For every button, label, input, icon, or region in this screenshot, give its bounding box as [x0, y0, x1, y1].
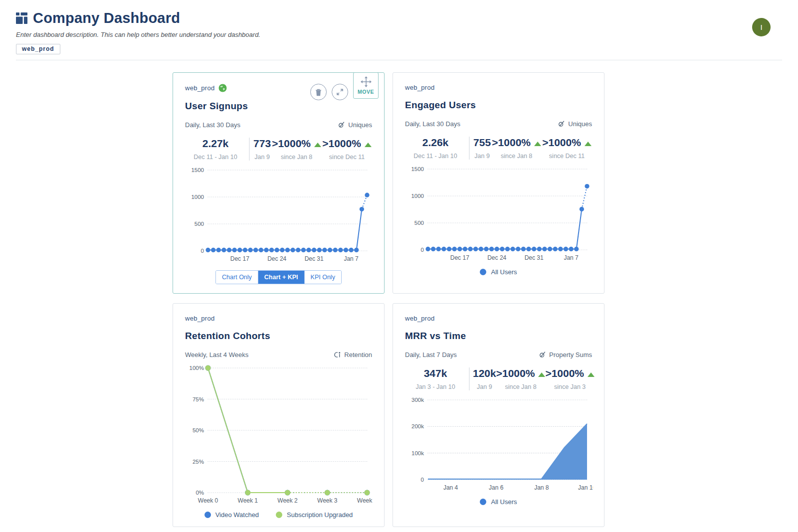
source-label: web_prod — [185, 315, 215, 322]
kpi-label: Jan 3 - Jan 10 — [405, 383, 466, 390]
resize-icon — [336, 88, 344, 96]
svg-text:0: 0 — [421, 477, 424, 483]
kpi-value: >1000% — [542, 137, 581, 148]
svg-text:300k: 300k — [411, 397, 424, 403]
kpi-row: 2.26k Dec 11 - Jan 10 755 Jan 9 >1000% s… — [405, 137, 592, 160]
legend-item-all-users[interactable]: All Users — [480, 498, 517, 506]
card-engaged-users[interactable]: web_prod Engaged Users Daily, Last 30 Da… — [393, 72, 604, 294]
legend: All Users — [405, 498, 592, 506]
svg-text:0: 0 — [421, 247, 424, 253]
kpi-value: >1000% — [492, 137, 531, 148]
svg-text:Week 4: Week 4 — [357, 497, 373, 504]
dashboard-header: Company Dashboard Enter dashboard descri… — [0, 0, 798, 60]
svg-text:Jan 7: Jan 7 — [564, 254, 579, 261]
card-title: Engaged Users — [405, 100, 592, 111]
svg-text:Dec 17: Dec 17 — [450, 254, 469, 261]
svg-text:1000: 1000 — [191, 194, 204, 200]
svg-text:Dec 17: Dec 17 — [230, 255, 249, 262]
kpi-delta-short: >1000% since Jan 8 — [496, 367, 546, 390]
toggle-chart-kpi[interactable]: Chart + KPI — [258, 271, 305, 284]
legend-dot — [480, 269, 486, 275]
legend: All Users — [405, 268, 592, 276]
metric-type-label: Retention — [344, 351, 372, 358]
header-divider — [16, 60, 782, 60]
svg-text:200k: 200k — [411, 423, 424, 429]
legend-dot — [480, 499, 486, 505]
metric-type-badge: Retention — [333, 351, 372, 358]
source-label: web_prod — [185, 84, 215, 92]
move-button[interactable]: MOVE — [353, 72, 379, 99]
svg-text:Jan 8: Jan 8 — [534, 484, 549, 491]
metric-type-badge: Uniques — [338, 121, 372, 129]
legend-item-video-watched[interactable]: Video Watched — [204, 511, 259, 519]
kpi-divider — [469, 367, 470, 390]
svg-text:Week 3: Week 3 — [317, 497, 338, 504]
kpi-delta-short: >1000% since Jan 8 — [492, 137, 541, 160]
svg-text:25%: 25% — [193, 459, 204, 465]
svg-text:Dec 31: Dec 31 — [305, 255, 324, 262]
display-mode-toggle: Chart Only Chart + KPI KPI Only — [215, 270, 342, 284]
card-source: web_prod — [185, 315, 372, 322]
svg-text:Week 2: Week 2 — [277, 497, 298, 504]
resize-button[interactable] — [332, 84, 348, 100]
metric-type-label: Uniques — [348, 121, 372, 129]
kpi-label: since Jan 3 — [545, 383, 595, 390]
period-label: Daily, Last 7 Days — [405, 351, 457, 358]
legend-item-subscription-upgraded[interactable]: Subscription Upgraded — [276, 511, 353, 519]
card-mrr-vs-time[interactable]: web_prod MRR vs Time Daily, Last 7 Days … — [393, 303, 604, 527]
metric-type-label: Property Sums — [549, 351, 592, 358]
kpi-primary: 2.26k Dec 11 - Jan 10 — [405, 137, 466, 160]
period-label: Weekly, Last 4 Weeks — [185, 351, 248, 358]
line-chart-engaged-users: 050010001500Dec 17Dec 24Dec 31Jan 7 — [405, 165, 592, 263]
kpi-divider — [249, 138, 250, 161]
page-title: Company Dashboard — [33, 10, 180, 26]
delta-up-icon — [534, 142, 541, 146]
svg-text:Jan 4: Jan 4 — [443, 484, 458, 491]
delta-up-icon — [365, 143, 372, 147]
kpi-divider — [469, 137, 470, 160]
svg-text:100k: 100k — [411, 450, 424, 456]
toggle-kpi-only[interactable]: KPI Only — [305, 271, 341, 284]
kpi-value: 773 — [253, 138, 271, 150]
kpi-value: >1000% — [545, 367, 584, 379]
trash-icon — [315, 88, 322, 96]
card-title: Retention Cohorts — [185, 331, 372, 342]
card-title: MRR vs Time — [405, 331, 592, 342]
delete-button[interactable] — [310, 84, 327, 100]
line-chart-user-signups: 050010001500Dec 17Dec 24Dec 31Jan 7 — [185, 166, 372, 264]
delta-up-icon — [588, 372, 595, 377]
legend-label: Video Watched — [215, 511, 259, 519]
svg-text:100%: 100% — [190, 365, 204, 371]
period-label: Daily, Last 30 Days — [185, 121, 240, 129]
card-retention-cohorts[interactable]: web_prod Retention Cohorts Weekly, Last … — [173, 303, 385, 527]
legend-item-all-users[interactable]: All Users — [480, 268, 517, 276]
move-button-label: MOVE — [358, 89, 374, 95]
kpi-value: 120k — [473, 367, 496, 379]
dashboard-description[interactable]: Enter dashboard description. This can he… — [16, 31, 782, 38]
card-user-signups[interactable]: web_prod — [173, 72, 385, 294]
kpi-label: Dec 11 - Jan 10 — [405, 153, 466, 160]
svg-text:1000: 1000 — [411, 193, 424, 199]
delta-up-icon — [585, 142, 592, 146]
area-chart-mrr: 0100k200k300kJan 4Jan 6Jan 8Jan 10 — [405, 395, 592, 493]
kpi-latest: 755 Jan 9 — [473, 137, 491, 160]
kpi-value: 347k — [405, 367, 466, 379]
property-sums-icon — [539, 351, 546, 358]
avatar[interactable]: I — [752, 18, 771, 36]
svg-text:Week 0: Week 0 — [198, 497, 218, 504]
kpi-label: Jan 9 — [253, 154, 271, 161]
kpi-row: 347k Jan 3 - Jan 10 120k Jan 9 >1000% si… — [405, 367, 592, 390]
svg-text:1500: 1500 — [191, 167, 204, 173]
kpi-label: since Dec 11 — [542, 153, 592, 160]
metric-type-badge: Uniques — [558, 120, 592, 128]
legend-label: All Users — [491, 268, 517, 276]
tag-chip[interactable]: web_prod — [16, 44, 60, 54]
toggle-chart-only[interactable]: Chart Only — [216, 271, 258, 284]
move-icon — [361, 76, 372, 87]
legend-label: All Users — [491, 498, 517, 506]
uniques-icon — [338, 121, 345, 129]
kpi-label: since Jan 8 — [272, 154, 321, 161]
retention-icon — [333, 351, 341, 358]
svg-text:1500: 1500 — [411, 166, 424, 172]
kpi-row: 2.27k Dec 11 - Jan 10 773 Jan 9 >1000% s… — [185, 138, 372, 161]
